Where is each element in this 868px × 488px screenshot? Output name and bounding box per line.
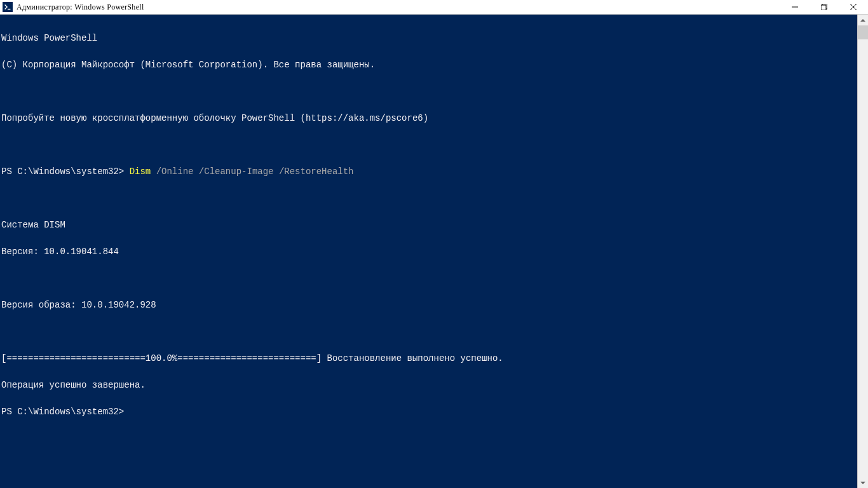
command-name: Dism [130,166,151,177]
console-line [1,87,857,96]
svg-rect-3 [821,5,826,10]
console-line [1,140,857,149]
scroll-thumb[interactable] [858,25,868,39]
minimize-button[interactable] [780,0,810,14]
prompt-path: PS C:\Windows\system32> [1,407,130,417]
prompt-path: PS C:\Windows\system32> [1,166,130,177]
vertical-scrollbar[interactable] [857,15,868,488]
window-title: Администратор: Windows PowerShell [17,3,780,12]
close-button[interactable] [839,0,868,14]
console-line: (C) Корпорация Майкрософт (Microsoft Cor… [1,60,857,69]
console-line [1,274,857,283]
command-args: /Online /Cleanup-Image /RestoreHealth [151,166,353,177]
terminal-output[interactable]: Windows PowerShell (C) Корпорация Майкро… [0,15,857,488]
console-line [1,327,857,336]
terminal-area: Windows PowerShell (C) Корпорация Майкро… [0,15,868,488]
console-line: Операция успешно завершена. [1,381,857,390]
maximize-button[interactable] [810,0,839,14]
powershell-icon [3,2,13,12]
console-line: Попробуйте новую кроссплатформенную обол… [1,114,857,123]
console-line: Версия образа: 10.0.19042.928 [1,301,857,309]
console-line: PS C:\Windows\system32> [1,407,857,416]
scroll-up-button[interactable] [858,15,868,25]
console-line: Windows PowerShell [1,34,857,43]
console-line: Cистема DISM [1,220,857,229]
console-line: PS C:\Windows\system32> Dism /Online /Cl… [1,167,857,176]
scroll-down-button[interactable] [858,477,868,488]
window-titlebar[interactable]: Администратор: Windows PowerShell [0,0,868,15]
console-line: [==========================100.0%=======… [1,354,857,363]
window-controls [780,0,868,14]
scroll-track[interactable] [858,25,868,477]
console-line [1,194,857,203]
console-line: Версия: 10.0.19041.844 [1,247,857,256]
